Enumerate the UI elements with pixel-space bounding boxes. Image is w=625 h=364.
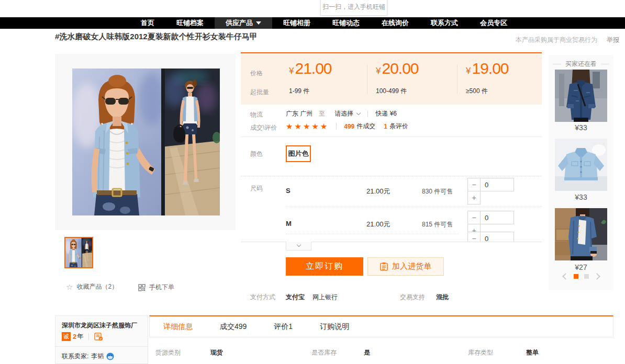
tab-sales[interactable]: 成交499	[220, 322, 247, 332]
attribute-value: 是	[364, 348, 370, 357]
nav-item-shop-profile[interactable]: 旺铺档案	[165, 17, 215, 29]
price-tier-2: ¥ 20.00	[376, 60, 419, 77]
color-option-selected[interactable]: 图片色	[286, 145, 311, 162]
currency-symbol: ¥	[376, 66, 381, 76]
rating-label: 成交\评价	[250, 123, 277, 132]
recommended-product-price: ¥33	[549, 193, 613, 201]
product-image[interactable]	[55, 54, 236, 230]
color-label: 颜色	[250, 150, 263, 158]
star-rating-icon: ★★★★★	[286, 123, 329, 130]
nav-item-members[interactable]: 会员专区	[469, 17, 518, 29]
certificate-icon[interactable]	[94, 333, 103, 341]
nav-item-products[interactable]: 供应产品	[215, 17, 272, 29]
review-count[interactable]: 1	[384, 123, 387, 130]
section-divider	[241, 136, 542, 137]
quantity-input[interactable]	[480, 211, 514, 224]
attribute-label: 货源类别	[155, 348, 181, 357]
dropdown-caret-icon	[256, 21, 261, 25]
price-label: 价格	[250, 69, 263, 78]
size-row-name: M	[286, 220, 292, 228]
product-thumbnail[interactable]	[64, 237, 93, 268]
quantity-increment-button[interactable]: +	[467, 191, 481, 204]
pager-prev-icon[interactable]	[562, 273, 569, 280]
tier-divider	[367, 65, 367, 94]
expand-sizes-button[interactable]	[286, 242, 311, 251]
trade-support-label: 交易支持	[400, 293, 425, 302]
moq-tier-1: 1-99 件	[289, 87, 309, 96]
moq-tier-3: ≥500 件	[466, 87, 488, 96]
nav-item-updates[interactable]: 旺铺动态	[321, 17, 371, 29]
price-tier-3: ¥ 19.00	[466, 60, 509, 77]
payment-method-alipay: 支付宝	[286, 293, 305, 302]
attribute-label: 是否库存	[311, 348, 337, 357]
divider	[88, 333, 89, 340]
contact-seller-row: 联系卖家: 李韬	[62, 352, 114, 361]
trade-notice-row: 本产品采购属于商业贸易行为 举报	[516, 36, 619, 44]
attribute-label: 库存类型	[468, 348, 493, 357]
attribute-value: 现货	[210, 348, 223, 357]
quantity-input[interactable]	[480, 232, 514, 242]
tab-order-info[interactable]: 订购说明	[320, 322, 349, 332]
tab-reviews[interactable]: 评价1	[274, 322, 293, 332]
size-row-name: S	[286, 187, 291, 195]
quantity-input[interactable]	[480, 178, 514, 191]
detail-tabbar: 详细信息 成交499 评价1 订购说明	[149, 315, 613, 337]
seller-name[interactable]: 深圳市龙岗区沫子然服饰厂	[62, 321, 137, 330]
chevron-down-icon[interactable]	[356, 111, 361, 115]
contact-name[interactable]: 李韬	[91, 352, 104, 361]
size-row-stock: 830 件可售	[422, 187, 453, 196]
sold-count[interactable]: 499	[344, 123, 354, 130]
qr-code-icon	[138, 284, 146, 291]
tooltip-text: 扫一扫，进入手机旺铺	[322, 3, 385, 12]
clipboard-icon	[380, 262, 388, 271]
logistics-label: 物流	[250, 110, 263, 119]
tab-details[interactable]: 详细信息	[163, 322, 193, 332]
pager-next-icon[interactable]	[594, 273, 600, 280]
trade-support-value: 混批	[436, 293, 449, 302]
to-label: 至	[319, 109, 325, 118]
quantity-decrement-button[interactable]: −	[467, 178, 481, 191]
size-list: S 21.00元 830 件可售 − + M 21.00元 815 件可售 − …	[241, 176, 542, 242]
pager-dot[interactable]	[584, 274, 589, 279]
nav-item-contact[interactable]: 联系方式	[420, 17, 469, 29]
recommended-product-price: ¥33	[549, 123, 613, 132]
favorite-label: 收藏产品（2）	[76, 282, 118, 291]
review-suffix: 条评价	[389, 122, 408, 131]
mobile-shop-tooltip: 扫一扫，进入手机旺铺	[320, 0, 387, 16]
size-row-price: 21.00元	[366, 187, 390, 196]
report-link[interactable]: 举报	[607, 36, 619, 44]
product-thumbnail-photo	[65, 238, 92, 267]
tier-divider	[457, 65, 457, 94]
order-now-button[interactable]: 立即订购	[286, 257, 363, 276]
nav-item-inquiry[interactable]: 在线询价	[371, 17, 420, 29]
denim-jacket-photo	[555, 139, 607, 191]
recommended-product-image[interactable]	[555, 70, 607, 122]
member-years-suffix: 年	[77, 332, 83, 341]
seller-badges: 诚 2 年	[62, 332, 103, 341]
add-to-cart-button[interactable]: 加入进货单	[367, 257, 444, 276]
wangwang-chat-icon[interactable]	[106, 352, 114, 360]
recommended-product-price: ¥27	[549, 263, 613, 271]
recommended-product-image[interactable]	[555, 139, 607, 191]
denim-jacket-photo	[555, 70, 607, 122]
currency-symbol: ¥	[289, 66, 294, 76]
mobile-order-button[interactable]: 手机下单	[138, 283, 174, 292]
nav-item-home[interactable]: 首页	[130, 17, 165, 29]
quantity-decrement-button[interactable]: −	[467, 232, 481, 242]
divider	[367, 110, 368, 117]
product-title: #洗水磨破女人味韩版2012夏装新款个性开衫女装牛仔马甲	[55, 32, 258, 42]
payment-method-bank: 网上银行	[312, 293, 338, 302]
recommended-product-image[interactable]	[555, 208, 607, 260]
favorite-product-button[interactable]: ☆ 收藏产品（2）	[66, 282, 118, 291]
nav-item-albums[interactable]: 旺铺相册	[272, 17, 321, 29]
recommendations-panel: 买家还在看 ¥33	[549, 55, 613, 290]
top-navbar: 首页 旺铺档案 供应产品 旺铺相册 旺铺动态 在线询价 联系方式 会员专区	[0, 17, 625, 29]
quantity-decrement-button[interactable]: −	[467, 211, 481, 224]
member-years-value: 2	[73, 333, 76, 340]
currency-symbol: ¥	[466, 66, 471, 76]
pager-dot-active[interactable]	[574, 274, 578, 279]
destination-select[interactable]: 请选择	[334, 109, 353, 118]
recommendations-title: 买家还在看	[549, 60, 613, 69]
integrity-badge: 诚	[62, 332, 71, 341]
quantity-stepper: − +	[467, 178, 515, 204]
